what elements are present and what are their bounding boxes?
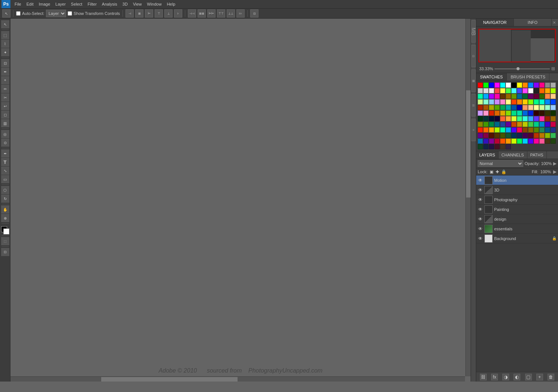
tab-navigator[interactable]: NAVIGATOR (476, 19, 514, 26)
nav-panel-close[interactable]: ✕ (552, 20, 557, 25)
layer-link-btn[interactable]: ⛓ (480, 374, 487, 380)
dodge-tool[interactable]: ⊙ (1, 139, 9, 147)
swatch-138[interactable] (545, 133, 550, 138)
move-tool[interactable]: ↖ (1, 20, 9, 28)
swatch-140[interactable] (478, 139, 483, 144)
screen-mode-btn[interactable]: ⊡ (1, 248, 9, 256)
menu-layer[interactable]: Layer (53, 1, 68, 7)
layer-adjust-btn[interactable]: ◐ (514, 374, 520, 380)
swatch-49[interactable] (517, 99, 522, 105)
swatch-75[interactable] (506, 111, 511, 116)
swatch-11[interactable] (539, 83, 545, 88)
swatch-22[interactable] (523, 88, 528, 93)
swatch-29[interactable] (483, 94, 489, 99)
swatch-46[interactable] (500, 99, 505, 105)
swatch-48[interactable] (511, 99, 517, 105)
swatch-78[interactable] (523, 111, 528, 116)
layer-vis-6[interactable]: 👁 (478, 236, 483, 241)
swatch-151[interactable] (539, 139, 545, 144)
swatch-123[interactable] (539, 127, 545, 133)
nav-zoom-expand[interactable]: ⊞ (551, 66, 555, 71)
swatch-47[interactable] (506, 99, 511, 105)
show-transform-checkbox[interactable] (68, 11, 72, 16)
menu-3d[interactable]: 3D (120, 1, 130, 7)
spot-healing-tool[interactable]: ⌖ (1, 76, 9, 84)
swatch-148[interactable] (523, 139, 528, 144)
align-right-btn[interactable]: ⊢ (145, 9, 153, 18)
layer-fx-btn[interactable]: fx (491, 374, 498, 380)
clone-stamp-tool[interactable]: ✂ (1, 93, 9, 102)
swatch-119[interactable] (517, 127, 522, 133)
swatch-125[interactable] (551, 127, 556, 133)
swatch-129[interactable] (495, 133, 500, 138)
swatch-2[interactable] (489, 83, 494, 88)
swatch-37[interactable] (528, 94, 533, 99)
swatch-155[interactable] (483, 144, 489, 149)
swatch-107[interactable] (528, 122, 533, 127)
swatch-67[interactable] (539, 105, 545, 110)
swatch-5[interactable] (506, 83, 511, 88)
swatch-150[interactable] (534, 139, 539, 144)
swatch-34[interactable] (511, 94, 517, 99)
swatch-110[interactable] (545, 122, 550, 127)
swatch-50[interactable] (523, 99, 528, 105)
swatch-121[interactable] (528, 127, 533, 133)
swatch-116[interactable] (500, 127, 505, 133)
swatch-101[interactable] (495, 122, 500, 127)
brush-tool[interactable]: ✏ (1, 85, 9, 93)
auto-select-checkbox[interactable] (16, 11, 21, 16)
swatch-55[interactable] (551, 99, 556, 105)
nav-zoom-slider[interactable] (495, 68, 550, 69)
menu-window[interactable]: Window (145, 1, 164, 7)
swatch-53[interactable] (539, 99, 545, 105)
pen-tool[interactable]: ✒ (1, 149, 9, 158)
layer-vis-0[interactable]: 👁 (478, 178, 483, 183)
swatch-135[interactable] (528, 133, 533, 138)
swatch-79[interactable] (528, 111, 533, 116)
layer-row-5[interactable]: 👁essentials (476, 224, 558, 234)
swatch-68[interactable] (545, 105, 550, 110)
swatch-80[interactable] (534, 111, 539, 116)
swatch-1[interactable] (483, 83, 489, 88)
blur-tool[interactable]: ◎ (1, 130, 9, 138)
swatch-86[interactable] (489, 116, 494, 121)
align-center-v-btn[interactable]: ⊥ (164, 9, 173, 18)
swatch-91[interactable] (517, 116, 522, 121)
swatch-89[interactable] (506, 116, 511, 121)
rotate-view-tool[interactable]: ↻ (1, 195, 9, 203)
layer-row-0[interactable]: 👁Motion (476, 175, 558, 185)
swatch-45[interactable] (495, 99, 500, 105)
swatch-99[interactable] (483, 122, 489, 127)
opacity-expand[interactable]: ▶ (553, 161, 557, 166)
swatch-131[interactable] (506, 133, 511, 138)
layer-group-btn[interactable]: ▢ (525, 374, 532, 380)
swatch-12[interactable] (545, 83, 550, 88)
tab-paths[interactable]: PATHS (527, 151, 547, 159)
swatch-117[interactable] (506, 127, 511, 133)
swatch-154[interactable] (478, 144, 483, 149)
layer-row-4[interactable]: 👁design (476, 214, 558, 224)
tab-swatches[interactable]: SWATCHES (476, 73, 507, 81)
panel-icon-2[interactable]: ⊡ (471, 45, 476, 67)
swatch-92[interactable] (523, 116, 528, 121)
swatch-60[interactable] (500, 105, 505, 110)
swatch-39[interactable] (539, 94, 545, 99)
swatch-0[interactable] (478, 83, 483, 88)
distribute-right-btn[interactable]: ⊢⊢ (207, 9, 216, 18)
lock-move-icon[interactable]: ✚ (496, 169, 499, 174)
swatch-122[interactable] (534, 127, 539, 133)
layer-mask-btn[interactable]: ◑ (502, 374, 509, 380)
swatch-65[interactable] (528, 105, 533, 110)
swatch-8[interactable] (523, 83, 528, 88)
swatch-6[interactable] (511, 83, 517, 88)
align-center-h-btn[interactable]: ⊠ (135, 9, 143, 18)
shape-tool[interactable]: ▭ (1, 175, 9, 183)
swatch-59[interactable] (495, 105, 500, 110)
swatch-33[interactable] (506, 94, 511, 99)
swatch-88[interactable] (500, 116, 505, 121)
swatch-115[interactable] (495, 127, 500, 133)
layer-new-btn[interactable]: + (536, 374, 543, 380)
menu-edit[interactable]: Edit (24, 1, 36, 7)
swatch-72[interactable] (489, 111, 494, 116)
menu-select[interactable]: Select (68, 1, 85, 7)
